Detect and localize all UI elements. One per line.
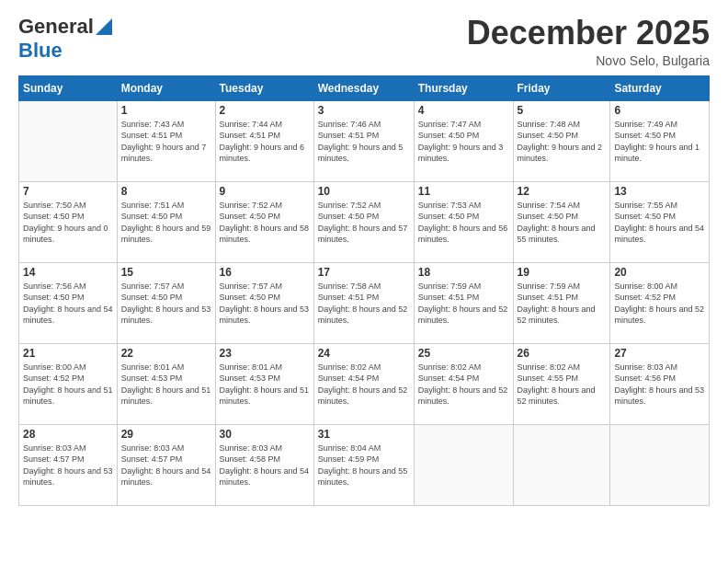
table-cell-30: 30 Sunrise: 8:03 AM Sunset: 4:58 PM Dayl… [215, 424, 313, 505]
day-info: Sunrise: 7:49 AM Sunset: 4:50 PM Dayligh… [614, 119, 705, 165]
table-cell-empty [513, 424, 610, 505]
logo-line: General [18, 15, 112, 39]
month-title: December 2025 [467, 15, 710, 52]
day-number: 12 [518, 185, 607, 198]
title-area: December 2025 Novo Selo, Bulgaria [467, 15, 710, 68]
table-cell-27: 27 Sunrise: 8:03 AM Sunset: 4:56 PM Dayl… [610, 343, 710, 424]
day-number: 28 [23, 428, 113, 441]
day-info: Sunrise: 7:53 AM Sunset: 4:50 PM Dayligh… [418, 200, 509, 246]
day-info: Sunrise: 7:57 AM Sunset: 4:50 PM Dayligh… [220, 281, 310, 327]
day-number: 17 [318, 266, 410, 279]
day-info: Sunrise: 8:01 AM Sunset: 4:53 PM Dayligh… [121, 362, 211, 408]
day-number: 11 [418, 185, 509, 198]
header-thursday: Thursday [414, 75, 513, 100]
day-number: 7 [23, 185, 113, 198]
day-number: 21 [23, 347, 113, 360]
day-number: 6 [614, 104, 705, 117]
day-number: 27 [614, 347, 705, 360]
day-number: 3 [318, 104, 410, 117]
logo-area: General Blue [18, 15, 112, 63]
table-cell-11: 11 Sunrise: 7:53 AM Sunset: 4:50 PM Dayl… [414, 181, 513, 262]
day-info: Sunrise: 7:57 AM Sunset: 4:50 PM Dayligh… [121, 281, 211, 327]
day-number: 2 [220, 104, 310, 117]
day-info: Sunrise: 7:52 AM Sunset: 4:50 PM Dayligh… [220, 200, 310, 246]
day-info: Sunrise: 7:52 AM Sunset: 4:50 PM Dayligh… [318, 200, 410, 246]
table-cell-6: 6 Sunrise: 7:49 AM Sunset: 4:50 PM Dayli… [610, 100, 710, 181]
header-sunday: Sunday [19, 75, 118, 100]
page: General Blue December 2025 Novo Selo, Bu… [0, 0, 728, 563]
table-cell-12: 12 Sunrise: 7:54 AM Sunset: 4:50 PM Dayl… [513, 181, 610, 262]
day-info: Sunrise: 7:56 AM Sunset: 4:50 PM Dayligh… [23, 281, 113, 327]
logo-triangle-icon [96, 18, 112, 35]
day-number: 5 [518, 104, 607, 117]
day-info: Sunrise: 8:03 AM Sunset: 4:56 PM Dayligh… [614, 362, 705, 408]
table-cell-5: 5 Sunrise: 7:48 AM Sunset: 4:50 PM Dayli… [513, 100, 610, 181]
svg-marker-0 [96, 18, 112, 35]
day-info: Sunrise: 8:02 AM Sunset: 4:54 PM Dayligh… [418, 362, 509, 408]
day-info: Sunrise: 7:48 AM Sunset: 4:50 PM Dayligh… [518, 119, 607, 165]
day-info: Sunrise: 8:03 AM Sunset: 4:57 PM Dayligh… [23, 442, 113, 488]
table-cell-9: 9 Sunrise: 7:52 AM Sunset: 4:50 PM Dayli… [215, 181, 313, 262]
day-number: 4 [418, 104, 509, 117]
header-wednesday: Wednesday [313, 75, 414, 100]
table-cell-22: 22 Sunrise: 8:01 AM Sunset: 4:53 PM Dayl… [117, 343, 215, 424]
day-info: Sunrise: 7:44 AM Sunset: 4:51 PM Dayligh… [220, 119, 310, 165]
table-row: 21 Sunrise: 8:00 AM Sunset: 4:52 PM Dayl… [19, 343, 710, 424]
day-number: 25 [418, 347, 509, 360]
header-saturday: Saturday [610, 75, 710, 100]
table-cell-3: 3 Sunrise: 7:46 AM Sunset: 4:51 PM Dayli… [313, 100, 414, 181]
day-number: 31 [318, 428, 410, 441]
table-row: 7 Sunrise: 7:50 AM Sunset: 4:50 PM Dayli… [19, 181, 710, 262]
table-cell-21: 21 Sunrise: 8:00 AM Sunset: 4:52 PM Dayl… [19, 343, 118, 424]
day-info: Sunrise: 8:01 AM Sunset: 4:53 PM Dayligh… [220, 362, 310, 408]
day-info: Sunrise: 8:00 AM Sunset: 4:52 PM Dayligh… [23, 362, 113, 408]
day-number: 13 [614, 185, 705, 198]
day-number: 18 [418, 266, 509, 279]
day-info: Sunrise: 7:58 AM Sunset: 4:51 PM Dayligh… [318, 281, 410, 327]
day-info: Sunrise: 8:02 AM Sunset: 4:55 PM Dayligh… [518, 362, 607, 408]
day-number: 16 [220, 266, 310, 279]
table-cell-13: 13 Sunrise: 7:55 AM Sunset: 4:50 PM Dayl… [610, 181, 710, 262]
calendar-header-row: Sunday Monday Tuesday Wednesday Thursday… [19, 75, 710, 100]
day-number: 14 [23, 266, 113, 279]
location-subtitle: Novo Selo, Bulgaria [467, 53, 710, 68]
table-cell-16: 16 Sunrise: 7:57 AM Sunset: 4:50 PM Dayl… [215, 262, 313, 343]
table-cell-7: 7 Sunrise: 7:50 AM Sunset: 4:50 PM Dayli… [19, 181, 118, 262]
table-cell-29: 29 Sunrise: 8:03 AM Sunset: 4:57 PM Dayl… [117, 424, 215, 505]
calendar: Sunday Monday Tuesday Wednesday Thursday… [18, 75, 710, 506]
logo-blue: Blue [18, 39, 112, 63]
day-number: 24 [318, 347, 410, 360]
day-info: Sunrise: 8:00 AM Sunset: 4:52 PM Dayligh… [614, 281, 705, 327]
day-number: 9 [220, 185, 310, 198]
day-number: 26 [518, 347, 607, 360]
day-number: 23 [220, 347, 310, 360]
table-cell-20: 20 Sunrise: 8:00 AM Sunset: 4:52 PM Dayl… [610, 262, 710, 343]
day-info: Sunrise: 8:03 AM Sunset: 4:58 PM Dayligh… [220, 442, 310, 488]
table-cell-14: 14 Sunrise: 7:56 AM Sunset: 4:50 PM Dayl… [19, 262, 118, 343]
day-info: Sunrise: 7:59 AM Sunset: 4:51 PM Dayligh… [418, 281, 509, 327]
day-info: Sunrise: 7:47 AM Sunset: 4:50 PM Dayligh… [418, 119, 509, 165]
header: General Blue December 2025 Novo Selo, Bu… [18, 15, 710, 68]
table-cell-empty [19, 100, 118, 181]
day-number: 8 [121, 185, 211, 198]
table-cell-25: 25 Sunrise: 8:02 AM Sunset: 4:54 PM Dayl… [414, 343, 513, 424]
header-monday: Monday [117, 75, 215, 100]
table-cell-18: 18 Sunrise: 7:59 AM Sunset: 4:51 PM Dayl… [414, 262, 513, 343]
table-cell-10: 10 Sunrise: 7:52 AM Sunset: 4:50 PM Dayl… [313, 181, 414, 262]
day-number: 10 [318, 185, 410, 198]
day-info: Sunrise: 7:59 AM Sunset: 4:51 PM Dayligh… [518, 281, 607, 327]
table-cell-2: 2 Sunrise: 7:44 AM Sunset: 4:51 PM Dayli… [215, 100, 313, 181]
day-info: Sunrise: 7:54 AM Sunset: 4:50 PM Dayligh… [518, 200, 607, 246]
day-number: 20 [614, 266, 705, 279]
table-cell-26: 26 Sunrise: 8:02 AM Sunset: 4:55 PM Dayl… [513, 343, 610, 424]
table-row: 28 Sunrise: 8:03 AM Sunset: 4:57 PM Dayl… [19, 424, 710, 505]
table-cell-1: 1 Sunrise: 7:43 AM Sunset: 4:51 PM Dayli… [117, 100, 215, 181]
table-cell-empty [414, 424, 513, 505]
day-number: 30 [220, 428, 310, 441]
table-cell-8: 8 Sunrise: 7:51 AM Sunset: 4:50 PM Dayli… [117, 181, 215, 262]
day-info: Sunrise: 8:03 AM Sunset: 4:57 PM Dayligh… [121, 442, 211, 488]
table-cell-15: 15 Sunrise: 7:57 AM Sunset: 4:50 PM Dayl… [117, 262, 215, 343]
day-info: Sunrise: 8:02 AM Sunset: 4:54 PM Dayligh… [318, 362, 410, 408]
table-cell-31: 31 Sunrise: 8:04 AM Sunset: 4:59 PM Dayl… [313, 424, 414, 505]
logo-blue-text: Blue [18, 39, 63, 62]
